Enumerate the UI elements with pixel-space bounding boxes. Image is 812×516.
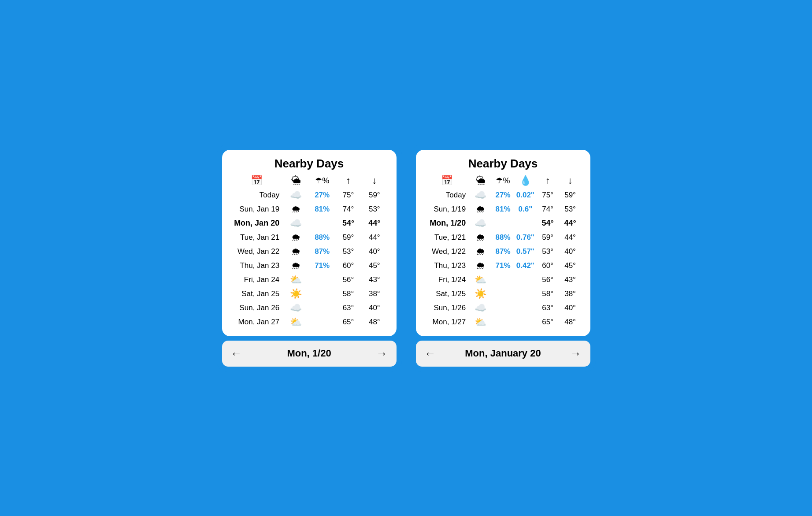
temp-lo: 53°	[361, 205, 387, 214]
widget-1: Nearby Days 📅 🌦 ☂% ↑ ↓ Today☁️27%75°59°S…	[217, 145, 402, 372]
calendar-header-icon: 📅	[231, 175, 283, 186]
temp-lo: 45°	[361, 261, 387, 270]
temp-lo: 48°	[559, 318, 582, 327]
widget-1-next-arrow[interactable]: →	[376, 347, 388, 360]
widget-1-row-8: Sun, Jan 26☁️63°40°	[231, 301, 388, 315]
temp-hi: 53°	[537, 247, 559, 256]
widget-2-row-9: Mon, 1/27⛅65°48°	[425, 315, 582, 329]
widget-2-prev-arrow[interactable]: ←	[425, 347, 436, 360]
weather-icon: ☁️	[283, 218, 309, 229]
weather-icon: ☁️	[469, 302, 492, 314]
temp-lo: 44°	[361, 219, 387, 228]
temp-hi: 59°	[537, 233, 559, 242]
widget-1-row-6: Fri, Jan 24⛅56°43°	[231, 273, 388, 287]
day-label: Fri, Jan 24	[231, 275, 283, 284]
temp-hi: 65°	[537, 318, 559, 327]
weather-icon: 🌧	[469, 204, 492, 215]
temp-lo: 59°	[559, 191, 582, 200]
widget-2-title: Nearby Days	[425, 157, 582, 171]
temp-lo: 40°	[361, 304, 387, 312]
day-label: Wed, 1/22	[425, 247, 470, 256]
temp-lo: 38°	[361, 290, 387, 298]
day-label: Sun, Jan 26	[231, 304, 283, 312]
weather-icon: ⛅	[469, 274, 492, 286]
widget-1-prev-arrow[interactable]: ←	[231, 347, 242, 360]
weather-icon: ⛅	[283, 316, 309, 328]
temp-hi: 58°	[335, 290, 361, 298]
weather-icon: 🌧	[283, 204, 309, 215]
temp-lo: 43°	[559, 275, 582, 284]
temp-hi: 59°	[335, 233, 361, 242]
weather-icon: 🌧	[469, 232, 492, 243]
drop-header-icon: 💧	[514, 175, 537, 186]
temp-hi: 58°	[537, 290, 559, 298]
widget-1-row-5: Thu, Jan 23🌧71%60°45°	[231, 259, 388, 273]
temp-lo: 53°	[559, 205, 582, 214]
temp-hi: 54°	[335, 219, 361, 228]
widget-1-row-0: Today☁️27%75°59°	[231, 188, 388, 202]
hi-header-icon: ↑	[335, 175, 361, 186]
precip-amt: 0.42"	[514, 261, 537, 270]
widget-1-row-7: Sat, Jan 25☀️58°38°	[231, 287, 388, 301]
widget-1-row-9: Mon, Jan 27⛅65°48°	[231, 315, 388, 329]
precip-pct: 81%	[492, 205, 514, 214]
weather-icon: ☀️	[469, 288, 492, 300]
temp-hi: 74°	[335, 205, 361, 214]
widget-2: Nearby Days 📅 🌦 ☂% 💧 ↑ ↓ Today☁️27%0.02"…	[411, 145, 596, 372]
temp-hi: 74°	[537, 205, 559, 214]
day-label: Sun, 1/19	[425, 205, 470, 214]
widget-1-footer: ← Mon, 1/20 →	[222, 341, 397, 367]
temp-hi: 53°	[335, 247, 361, 256]
temp-lo: 38°	[559, 290, 582, 298]
widget-2-header: 📅 🌦 ☂% 💧 ↑ ↓	[425, 175, 582, 186]
widget-2-next-arrow[interactable]: →	[570, 347, 581, 360]
precip-pct: 27%	[309, 191, 335, 200]
temp-lo: 40°	[559, 247, 582, 256]
precip-pct: 87%	[492, 247, 514, 256]
widget-1-row-2: Mon, Jan 20☁️54°44°	[231, 216, 388, 230]
temp-hi: 63°	[537, 304, 559, 312]
temp-hi: 75°	[335, 191, 361, 200]
day-label: Sat, 1/25	[425, 290, 470, 298]
day-label: Mon, Jan 20	[231, 219, 283, 228]
widget-2-row-0: Today☁️27%0.02"75°59°	[425, 188, 582, 202]
widget-1-rows: Today☁️27%75°59°Sun, Jan 19🌧81%74°53°Mon…	[231, 188, 388, 329]
card-1: Nearby Days 📅 🌦 ☂% ↑ ↓ Today☁️27%75°59°S…	[222, 150, 397, 336]
weather-icon: ☁️	[283, 189, 309, 201]
widget-1-row-4: Wed, Jan 22🌧87%53°40°	[231, 245, 388, 259]
precip-amt: 0.76"	[514, 233, 537, 242]
day-label: Today	[425, 191, 470, 200]
widget-1-row-3: Tue, Jan 21🌧88%59°44°	[231, 230, 388, 245]
weather-icon: ⛅	[283, 274, 309, 286]
weather-icon: 🌧	[283, 246, 309, 257]
precip-amt: 0.57"	[514, 247, 537, 256]
temp-lo: 40°	[559, 304, 582, 312]
weather-header-icon-2: 🌦	[469, 175, 492, 186]
precip-amt: 0.6"	[514, 205, 537, 214]
widget-2-row-8: Sun, 1/26☁️63°40°	[425, 301, 582, 315]
calendar-header-icon-2: 📅	[425, 175, 470, 186]
temp-lo: 44°	[559, 219, 582, 228]
weather-icon: ☀️	[283, 288, 309, 300]
weather-icon: 🌧	[469, 246, 492, 257]
widget-2-row-2: Mon, 1/20☁️54°44°	[425, 216, 582, 230]
day-label: Mon, 1/27	[425, 318, 470, 327]
precip-pct: 88%	[492, 233, 514, 242]
day-label: Mon, Jan 27	[231, 318, 283, 327]
precip-pct: 27%	[492, 191, 514, 200]
temp-hi: 54°	[537, 219, 559, 228]
card-2: Nearby Days 📅 🌦 ☂% 💧 ↑ ↓ Today☁️27%0.02"…	[416, 150, 590, 336]
precip-amt: 0.02"	[514, 191, 537, 200]
widget-1-footer-date: Mon, 1/20	[287, 348, 331, 359]
precip-pct: 81%	[309, 205, 335, 214]
day-label: Sat, Jan 25	[231, 290, 283, 298]
day-label: Mon, 1/20	[425, 219, 470, 228]
widget-2-row-3: Tue, 1/21🌧88%0.76"59°44°	[425, 230, 582, 245]
hi-header-icon-2: ↑	[537, 175, 559, 186]
precip-pct: 71%	[309, 261, 335, 270]
widget-2-footer: ← Mon, January 20 →	[416, 341, 590, 367]
temp-hi: 65°	[335, 318, 361, 327]
day-label: Thu, Jan 23	[231, 261, 283, 270]
temp-hi: 56°	[537, 275, 559, 284]
widget-1-row-1: Sun, Jan 19🌧81%74°53°	[231, 202, 388, 216]
